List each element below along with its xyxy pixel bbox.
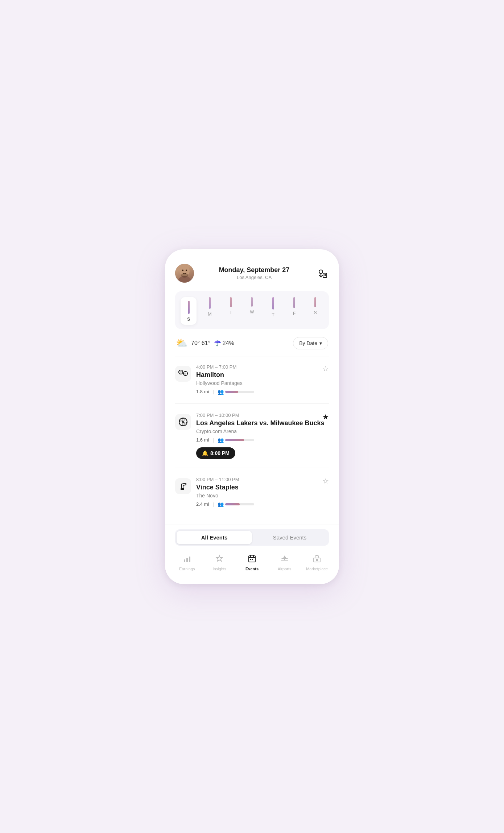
day-label-s: S [187, 317, 190, 322]
crowd-bar-bg-2 [225, 439, 254, 441]
event-name-lakers: Los Angeles Lakers vs. Milwaukee Bucks [196, 419, 329, 427]
day-saturday[interactable]: S [307, 297, 323, 325]
event-meta-lakers: 1.6 mi | 👥 [196, 437, 329, 443]
svg-rect-10 [325, 275, 326, 276]
svg-rect-29 [252, 559, 253, 560]
chevron-down-icon: ▾ [319, 340, 322, 346]
insights-icon [215, 554, 224, 565]
bottom-nav: Earnings Insights [165, 554, 339, 571]
alert-badge-lakers: 🔔 8:00 PM [196, 447, 235, 459]
marketplace-icon [313, 554, 321, 565]
star-button-lakers[interactable]: ★ [322, 413, 329, 421]
svg-rect-22 [189, 557, 190, 562]
header-location: Los Angeles, CA [194, 275, 314, 280]
event-venue-lakers: Crypto.com Arena [196, 428, 329, 434]
by-date-button[interactable]: By Date ▾ [293, 337, 328, 349]
rain-icon: ☂️ [214, 340, 221, 346]
day-label-t1: T [230, 310, 232, 315]
svg-point-14 [181, 371, 182, 372]
day-bar-s2 [314, 297, 316, 307]
avatar[interactable] [175, 264, 194, 283]
day-bar-w [251, 297, 253, 307]
crowd-icon-3: 👥 [218, 501, 224, 507]
weather-sun-cloud-icon: ⛅ [176, 337, 187, 349]
event-details-hamilton: 4:00 PM – 7:00 PM Hamilton Hollywood Pan… [196, 364, 329, 395]
svg-point-2 [182, 270, 183, 271]
crowd-bar-fill [225, 391, 238, 393]
phone-frame: Monday, September 27 Los Angeles, CA [165, 249, 339, 584]
svg-rect-21 [186, 558, 188, 562]
day-bar-t2 [272, 297, 274, 309]
star-button-vince[interactable]: ☆ [322, 477, 329, 485]
crowd-icon-2: 👥 [218, 437, 224, 443]
event-venue-hamilton: Hollywood Pantages [196, 380, 329, 386]
svg-rect-11 [179, 370, 183, 374]
filter-label: By Date [299, 340, 317, 346]
events-tab-switcher: All Events Saved Events [175, 529, 329, 546]
svg-point-13 [180, 371, 181, 372]
meta-sep-2: | [212, 437, 214, 443]
event-icon-music [175, 478, 191, 494]
bottom-section: All Events Saved Events Earnings [165, 525, 339, 584]
event-card-lakers: 7:00 PM – 10:00 PM Los Angeles Lakers vs… [175, 413, 329, 468]
crowd-icon: 👥 [218, 389, 224, 395]
airports-icon [280, 554, 289, 565]
event-distance-vince: 2.4 mi [196, 501, 209, 507]
event-name-vince: Vince Staples [196, 484, 329, 491]
nav-item-earnings[interactable]: Earnings [171, 554, 203, 571]
day-label-t2: T [272, 312, 274, 317]
nav-item-events[interactable]: Events [236, 554, 268, 571]
crowd-bar-fill-3 [225, 503, 240, 505]
day-tuesday[interactable]: T [223, 297, 239, 325]
saved-events-tab[interactable]: Saved Events [252, 531, 327, 544]
star-button-hamilton[interactable]: ☆ [322, 364, 329, 373]
temp-low: 61° [202, 340, 210, 346]
svg-point-5 [319, 270, 323, 274]
svg-rect-20 [184, 559, 185, 562]
svg-point-19 [182, 488, 184, 490]
svg-point-15 [185, 373, 185, 373]
event-name-hamilton: Hamilton [196, 371, 329, 379]
crowd-indicator-vince: 👥 [218, 501, 254, 507]
day-monday[interactable]: M [202, 297, 218, 325]
svg-rect-7 [324, 274, 325, 275]
event-time-hamilton: 4:00 PM – 7:00 PM [196, 364, 329, 370]
meta-sep-3: | [212, 501, 214, 507]
event-details-vince: 8:00 PM – 11:00 PM Vince Staples The Nov… [196, 477, 329, 507]
alert-time: 8:00 PM [210, 450, 230, 456]
day-friday[interactable]: F [286, 297, 302, 325]
divider [175, 357, 329, 357]
location-icon[interactable] [314, 266, 329, 280]
event-icon-theater [175, 366, 191, 382]
svg-rect-12 [183, 372, 187, 376]
crowd-bar-fill-2 [225, 439, 244, 441]
events-icon [248, 554, 256, 565]
event-icon-sports [175, 414, 191, 430]
nav-item-airports[interactable]: Airports [268, 554, 301, 571]
app-header: Monday, September 27 Los Angeles, CA [175, 264, 329, 283]
nav-item-marketplace[interactable]: Marketplace [301, 554, 333, 571]
marketplace-label: Marketplace [306, 567, 328, 571]
svg-point-4 [181, 273, 188, 278]
insights-label: Insights [212, 567, 226, 571]
svg-rect-28 [250, 559, 251, 560]
header-date: Monday, September 27 [194, 266, 314, 274]
crowd-indicator-lakers: 👥 [218, 437, 254, 443]
day-wednesday[interactable]: W [244, 297, 260, 325]
day-sunday[interactable]: S [181, 297, 197, 325]
event-card-vince: 8:00 PM – 11:00 PM Vince Staples The Nov… [175, 477, 329, 516]
all-events-tab[interactable]: All Events [177, 531, 252, 544]
day-bar-f [293, 297, 295, 308]
day-thursday[interactable]: T [265, 297, 281, 325]
day-label-m: M [208, 312, 211, 317]
day-bar-s [188, 301, 190, 314]
event-time-lakers: 7:00 PM – 10:00 PM [196, 413, 329, 418]
week-bar: S M T W T F S [175, 291, 329, 329]
nav-item-insights[interactable]: Insights [203, 554, 236, 571]
day-label-s2: S [314, 310, 317, 315]
header-title-block: Monday, September 27 Los Angeles, CA [194, 266, 314, 280]
earnings-icon [183, 554, 191, 565]
svg-rect-8 [325, 274, 326, 275]
weather-rain: ☂️ 24% [214, 340, 234, 346]
temp-high: 70° [191, 340, 200, 346]
